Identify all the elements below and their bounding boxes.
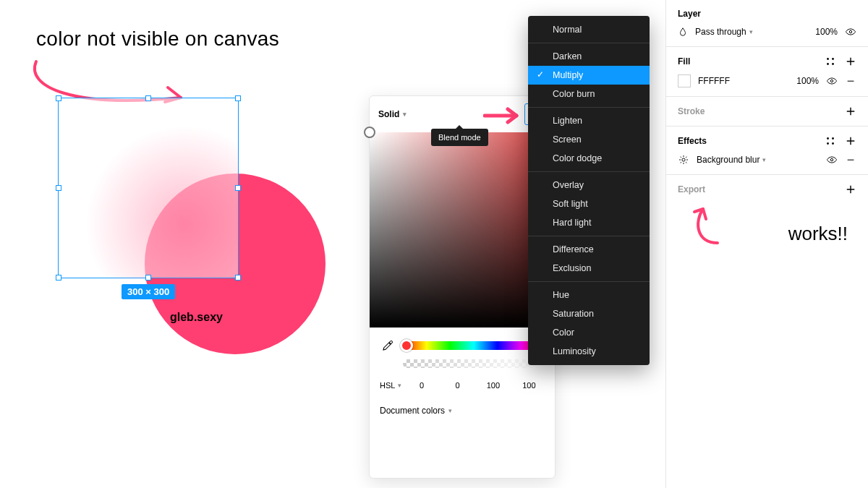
section-title: Layer [678,9,701,19]
section-export: Export [666,175,868,204]
svg-point-1 [827,58,829,60]
plus-icon [846,106,856,116]
credit-text: gleb.sexy [170,311,223,324]
svg-point-0 [849,30,851,33]
style-button[interactable] [825,56,836,67]
visibility-toggle[interactable] [826,154,838,166]
fill-swatch[interactable] [678,74,691,87]
layer-opacity[interactable]: 100% [815,27,838,37]
hue-slider-handle[interactable] [400,339,413,352]
remove-effect-button[interactable]: − [845,154,856,166]
eyedropper-button[interactable] [380,338,396,354]
hue-input[interactable]: 0 [406,378,437,393]
resize-handle[interactable] [56,275,61,281]
blend-option-darken[interactable]: Darken [528,47,650,66]
blend-option-color[interactable]: Color [528,323,650,342]
blend-option-color-dodge[interactable]: Color dodge [528,149,650,168]
chevron-down-icon: ▾ [403,111,407,118]
color-saturation-field[interactable] [370,132,555,328]
blend-option-lighten[interactable]: Lighten [528,111,650,130]
blend-option-exclusion[interactable]: Exclusion [528,259,650,278]
visibility-toggle[interactable] [845,26,856,38]
resize-handle[interactable] [235,95,241,101]
resize-handle[interactable] [56,95,61,101]
fill-type-label: Solid [378,109,399,119]
resize-handle[interactable] [235,275,241,281]
add-stroke-button[interactable] [845,106,856,117]
arrow-annotation-right-icon [689,203,739,247]
fill-opacity[interactable]: 100% [796,76,819,86]
blend-option-saturation[interactable]: Saturation [528,304,650,323]
droplet-outline-icon [678,27,688,37]
blend-option-difference[interactable]: Difference [528,240,650,259]
alpha-slider[interactable] [403,359,545,368]
svg-point-4 [832,63,834,65]
document-colors-dropdown[interactable]: Document colors ▾ [370,393,555,429]
hue-slider[interactable] [403,341,545,350]
section-effects: Effects Background blur ▾ − [666,127,868,175]
plus-icon [846,56,856,67]
svg-point-7 [832,137,834,140]
chevron-down-icon: ▾ [762,156,766,163]
blend-option-multiply[interactable]: Multiply [528,66,650,85]
style-button[interactable] [825,135,836,147]
eyedropper-icon [381,339,394,352]
annotation-right: works!! [788,223,848,245]
blend-option-color-burn[interactable]: Color burn [528,85,650,103]
svg-point-11 [830,158,833,160]
annotation-top: color not visible on canvas [36,27,279,51]
blend-option-normal[interactable]: Normal [528,20,650,39]
saturation-input[interactable]: 0 [442,378,473,393]
add-effect-button[interactable] [845,135,856,147]
eye-icon [826,154,838,166]
visibility-toggle[interactable] [826,75,838,87]
chevron-down-icon: ▾ [398,382,401,389]
arrow-annotation-middle-icon [483,107,524,124]
menu-separator [528,107,650,108]
chevron-down-icon: ▾ [749,28,753,35]
effect-settings-button[interactable] [678,154,689,166]
layer-blend-dropdown[interactable]: Pass through ▾ [695,27,753,37]
blend-mode-menu: NormalDarkenMultiplyColor burnLightenScr… [528,16,650,365]
fill-hex[interactable]: FFFFFF [698,76,730,86]
blend-option-soft-light[interactable]: Soft light [528,194,650,213]
color-field-handle[interactable] [364,127,375,138]
blend-option-hard-light[interactable]: Hard light [528,213,650,232]
remove-fill-button[interactable]: − [845,75,856,87]
section-title: Effects [678,136,707,146]
blend-option-hue[interactable]: Hue [528,286,650,304]
resize-handle[interactable] [145,275,151,281]
alpha-input[interactable]: 100 [514,378,545,393]
section-title: Export [678,184,705,194]
section-fill: Fill FFFFFF 100% − [666,47,868,97]
canvas-selected-square[interactable] [58,98,239,278]
resize-handle[interactable] [56,185,61,191]
blend-option-screen[interactable]: Screen [528,130,650,149]
effect-type-dropdown[interactable]: Background blur ▾ [697,155,766,165]
blend-mode-tooltip: Blend mode [431,129,488,146]
add-fill-button[interactable] [845,56,856,67]
add-export-button[interactable] [845,184,856,195]
lightness-input[interactable]: 100 [477,378,509,393]
blend-option-overlay[interactable]: Overlay [528,176,650,194]
svg-point-2 [832,58,834,60]
color-model-label: HSL [380,381,395,390]
chevron-down-icon: ▾ [448,407,452,414]
layer-blend-label: Pass through [695,27,746,37]
blend-option-luminosity[interactable]: Luminosity [528,342,650,361]
fill-type-dropdown[interactable]: Solid ▾ [378,109,407,119]
effect-type-label: Background blur [697,155,760,165]
sun-icon [678,154,689,166]
svg-point-9 [832,142,834,145]
color-model-dropdown[interactable]: HSL ▾ [380,381,401,390]
resize-handle[interactable] [145,95,151,101]
document-colors-label: Document colors [380,406,445,416]
section-title: Stroke [678,106,705,116]
eye-icon [826,75,838,87]
plus-icon [846,136,856,146]
four-dots-icon [825,136,835,146]
resize-handle[interactable] [235,185,241,191]
svg-point-6 [827,137,829,140]
svg-point-3 [827,63,829,65]
canvas-area: color not visible on canvas 300 × 300 gl… [0,0,340,488]
